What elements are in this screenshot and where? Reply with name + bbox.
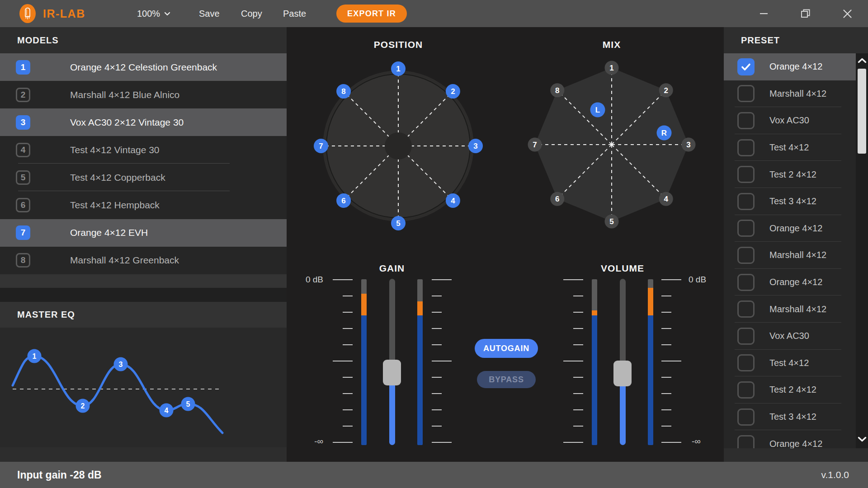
ruler-tick [563, 279, 583, 280]
checkbox-unchecked[interactable] [737, 193, 755, 210]
ruler-tick [432, 426, 442, 427]
master-eq-chart[interactable]: 12345 [0, 328, 287, 447]
position-point-7[interactable]: 7 [314, 139, 328, 153]
export-ir-button[interactable]: EXPORT IR [336, 5, 407, 23]
preset-row[interactable]: Test 4×12 [724, 134, 856, 161]
checkbox-unchecked[interactable] [737, 139, 755, 156]
preset-row[interactable]: Test 2 4×12 [724, 376, 856, 404]
close-button[interactable] [840, 7, 854, 20]
ruler-tick [573, 312, 583, 313]
preset-scrollbar[interactable] [856, 53, 868, 448]
eq-band-point-1[interactable]: 1 [28, 349, 42, 363]
preset-row[interactable]: Orange 4×12 [724, 53, 856, 80]
scrollbar-up-button[interactable] [857, 55, 867, 66]
chevron-down-icon [164, 12, 170, 16]
ruler-tick [333, 442, 353, 443]
zoom-select[interactable]: 100% [137, 0, 170, 27]
preset-row[interactable]: Marshall 4×12 [724, 80, 856, 108]
preset-row[interactable]: Test 2 4×12 [724, 161, 856, 188]
position-point-4[interactable]: 4 [446, 193, 460, 208]
mix-point-3: 3 [682, 138, 696, 152]
meter-hot-segment [417, 301, 423, 315]
preset-row[interactable]: Orange 4×12 [724, 430, 856, 448]
model-row[interactable]: 8Marshall 4×12 Greenback [0, 247, 287, 274]
preset-row[interactable]: Test 3 4×12 [724, 188, 856, 215]
checkbox-unchecked[interactable] [737, 247, 755, 264]
checkbox-unchecked[interactable] [737, 166, 755, 183]
preset-row[interactable]: Orange 4×12 [724, 215, 856, 242]
scrollbar-thumb[interactable] [858, 69, 866, 154]
model-row[interactable]: 1Orange 4×12 Celestion Greenback [0, 53, 287, 81]
preset-row[interactable]: Orange 4×12 [724, 269, 856, 296]
eq-band-point-5[interactable]: 5 [181, 397, 195, 411]
position-point-2[interactable]: 2 [446, 84, 460, 99]
position-point-8[interactable]: 8 [336, 84, 351, 99]
position-speaker-control[interactable]: 12345678 [308, 56, 489, 236]
model-row[interactable]: 5Test 4×12 Copperback [0, 164, 287, 191]
ruler-tick [661, 279, 681, 280]
slider-handle[interactable] [613, 361, 632, 386]
preset-row[interactable]: Test 3 4×12 [724, 404, 856, 431]
volume-meter-right [648, 279, 653, 445]
preset-row[interactable]: Vox AC30 [724, 323, 856, 350]
volume-slider[interactable] [613, 279, 632, 445]
minimize-button[interactable] [757, 7, 771, 20]
bypass-button[interactable]: BYPASS [477, 371, 536, 388]
checkbox-checked[interactable] [737, 58, 755, 75]
mix-pan-control[interactable]: 12345678LR [521, 54, 702, 235]
eq-band-point-2[interactable]: 2 [76, 399, 90, 413]
gain-slider[interactable] [383, 279, 401, 445]
mix-point-6: 6 [550, 192, 564, 206]
checkbox-unchecked[interactable] [737, 300, 755, 318]
preset-row[interactable]: Marshall 4×12 [724, 242, 856, 269]
model-row[interactable]: 7Orange 4×12 EVH [0, 219, 287, 247]
eq-band-point-3[interactable]: 3 [114, 357, 128, 371]
mix-channel-r[interactable]: R [657, 126, 672, 141]
svg-text:2: 2 [451, 87, 455, 96]
ruler-tick [661, 361, 681, 361]
checkbox-unchecked[interactable] [737, 435, 755, 448]
checkbox-unchecked[interactable] [737, 354, 755, 371]
meter-headroom-segment [361, 279, 367, 294]
checkbox-unchecked[interactable] [737, 328, 755, 345]
paste-button[interactable]: Paste [283, 0, 306, 27]
ruler-tick [661, 296, 671, 296]
preset-row[interactable]: Test 4×12 [724, 350, 856, 377]
checkbox-unchecked[interactable] [737, 220, 755, 237]
position-point-5[interactable]: 5 [391, 216, 406, 230]
checkbox-unchecked[interactable] [737, 112, 755, 129]
scrollbar-down-button[interactable] [857, 434, 867, 445]
slider-handle[interactable] [383, 360, 401, 385]
preset-row[interactable]: Vox AC30 [724, 107, 856, 134]
titlebar: IR-LAB 100% Save Copy Paste EXPORT IR [0, 0, 868, 27]
preset-row[interactable]: Marshall 4×12 [724, 296, 856, 323]
checkbox-unchecked[interactable] [737, 381, 755, 399]
copy-button[interactable]: Copy [241, 0, 262, 27]
model-row[interactable]: 2Marshall 4×12 Blue Alnico [0, 81, 287, 108]
save-button[interactable]: Save [199, 0, 220, 27]
position-point-3[interactable]: 3 [468, 139, 483, 153]
maximize-icon [801, 9, 811, 19]
checkbox-unchecked[interactable] [737, 274, 755, 291]
ruler-tick [432, 344, 442, 345]
model-row[interactable]: 4Test 4×12 Vintage 30 [0, 136, 287, 164]
position-point-6[interactable]: 6 [336, 193, 351, 208]
checkbox-unchecked[interactable] [737, 408, 755, 426]
volume-ruler-right [661, 279, 681, 443]
eq-band-point-4[interactable]: 4 [160, 404, 174, 418]
ruler-tick [573, 328, 583, 329]
svg-text:8: 8 [341, 87, 345, 96]
svg-text:7: 7 [319, 142, 323, 150]
maximize-button[interactable] [799, 7, 812, 20]
model-row[interactable]: 6Test 4×12 Hempback [0, 191, 287, 219]
checkbox-unchecked[interactable] [737, 85, 755, 102]
autogain-button[interactable]: AUTOGAIN [475, 339, 538, 358]
svg-text:4: 4 [165, 407, 169, 414]
ruler-tick [573, 393, 583, 394]
mix-channel-l[interactable]: L [590, 103, 605, 117]
position-point-1[interactable]: 1 [391, 61, 406, 76]
model-row[interactable]: 3Vox AC30 2×12 Vintage 30 [0, 108, 287, 136]
preset-label: Marshall 4×12 [769, 89, 826, 99]
input-gain-readout: Input gain -28 dB [17, 469, 102, 481]
app-title: IR-LAB [43, 0, 85, 27]
